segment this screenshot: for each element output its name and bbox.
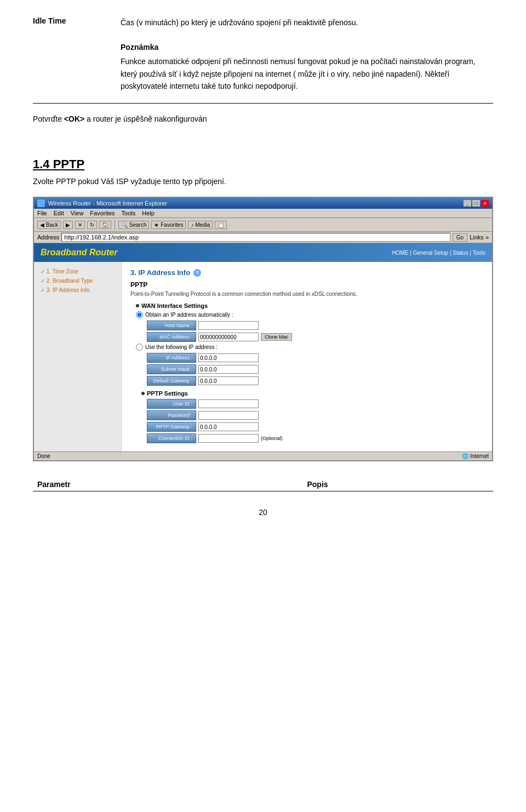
search-button[interactable]: 🔍 Search [118,221,149,229]
forward-button[interactable]: ▶ [63,221,73,229]
pptp-gateway-input[interactable] [198,422,259,431]
pptp-gateway-row: PPTP Gateway : [147,422,483,432]
default-gateway-label: Default Gateway : [147,376,196,386]
media-button[interactable]: ♪ Media [188,221,213,229]
confirm-ok: <OK> [64,115,84,123]
sidebar-item-broadband[interactable]: ✓ 2. Broadband Type [38,277,117,285]
confirm-line: Potvrďte <OK> a router je úspěšně nakonf… [33,115,493,123]
obtain-auto-label: Obtain an IP address automatically : [145,312,233,318]
address-bar: Address http://192.168.2.1/index.asp Go … [34,232,492,243]
obtain-auto-radio[interactable] [136,311,143,318]
ip-address-input[interactable] [198,353,259,362]
minimize-button[interactable]: _ [464,200,471,207]
section-num-title: 3. IP Address Info [130,268,190,277]
use-following-radio[interactable] [136,344,143,351]
help-icon[interactable]: ? [193,269,201,277]
host-name-label: Host Name : [147,321,196,330]
section-divider [33,103,493,104]
clone-mac-button[interactable]: Clone Mac [261,333,292,341]
router-main: 3. IP Address Info ? PPTP Point-to-Point… [122,262,492,451]
stop-button[interactable]: ✕ [75,221,85,229]
optional-label: (Optional) [261,436,283,441]
pptp-settings-section: PPTP Settings [141,390,483,397]
toolbar-separator [115,220,115,230]
bullet-icon [136,304,139,307]
idle-time-content: Čas (v minutách) po který je udržováno s… [121,16,493,92]
menu-favorites[interactable]: Favorites [90,210,115,216]
favorites-button[interactable]: ★ Favorites [151,221,186,229]
router-nav: HOME | General Setup | Status | Tools [392,250,485,256]
user-id-label: User ID : [147,399,196,409]
status-done: Done [37,453,50,459]
address-input[interactable]: http://192.168.2.1/index.asp [61,233,450,242]
use-following-row: Use the following IP address : [136,344,483,351]
connection-id-label: Connection ID : [147,433,196,443]
obtain-ip-group: Obtain an IP address automatically : Hos… [136,311,483,386]
host-name-input[interactable] [198,321,259,330]
subnet-mask-input[interactable] [198,365,259,374]
browser-statusbar: Done 🌐 Internet [34,451,492,460]
ip-address-label: IP Address : [147,353,196,363]
connection-id-input[interactable] [198,434,259,443]
note-title: Poznámka [121,41,493,53]
browser-titlebar-left: Wireless Router - Microsoft Internet Exp… [37,199,167,207]
browser-window: Wireless Router - Microsoft Internet Exp… [33,197,493,461]
go-button[interactable]: Go [453,233,467,242]
pptp-section-label: PPTP [130,281,483,289]
address-label: Address [37,234,59,241]
router-body: ✓ 1. Time Zone ✓ 2. Broadband Type ✓ 3. … [34,262,492,451]
menu-help[interactable]: Help [142,210,155,216]
menu-file[interactable]: File [37,210,47,216]
note-text: Funkce automatické odpojení při nečinnos… [121,55,493,92]
sidebar-item-ipaddress[interactable]: ✓ 3. IP Address Info [38,286,117,294]
password-input[interactable] [198,411,259,420]
mac-address-input[interactable] [198,333,259,341]
user-id-row: User ID : [147,399,483,409]
refresh-button[interactable]: ↻ [87,221,97,229]
menu-edit[interactable]: Edit [54,210,64,216]
table-section: Parametr Popis [33,478,493,491]
ip-address-row: IP Address : [147,353,483,363]
subnet-mask-label: Subnet Mask : [147,364,196,374]
table-header-parametr: Parametr [33,478,302,491]
page-content: Idle Time Čas (v minutách) po který je u… [33,16,493,517]
use-following-label: Use the following IP address : [145,344,218,350]
browser-controls[interactable]: _ □ ✕ [464,200,489,207]
idle-time-label: Idle Time [33,16,99,92]
default-gateway-input[interactable] [198,376,259,385]
history-button[interactable]: 📋 [215,221,227,229]
maximize-button[interactable]: □ [472,200,480,207]
table-header-popis: Popis [302,478,493,491]
page-number: 20 [33,508,493,517]
back-button[interactable]: ◀ Back [37,221,61,229]
obtain-auto-row: Obtain an IP address automatically : [136,311,483,318]
wan-settings: WAN Interface Settings Obtain an IP addr… [136,302,483,443]
close-button[interactable]: ✕ [481,200,489,207]
home-button[interactable]: 🏠 [99,221,111,229]
browser-menubar: File Edit View Favorites Tools Help [34,209,492,218]
menu-tools[interactable]: Tools [122,210,136,216]
sidebar-item-timezone[interactable]: ✓ 1. Time Zone [38,267,117,276]
mac-address-row: MAC Address : Clone Mac [147,332,483,342]
default-gateway-row: Default Gateway : [147,376,483,386]
idle-time-description: Čas (v minutách) po který je udržováno s… [121,16,493,28]
password-label: Password : [147,410,196,420]
router-header: Broadband Router HOME | General Setup | … [34,243,492,262]
pptp-gateway-label: PPTP Gateway : [147,422,196,432]
browser-icon [37,199,45,207]
wan-settings-title: WAN Interface Settings [136,302,483,309]
confirm-suffix: a router je úspěšně nakonfigurován [84,115,207,123]
pptp-settings-bullet [141,392,145,395]
links-label: Links » [470,234,489,241]
mac-address-label: MAC Address : [147,332,196,342]
idle-time-section: Idle Time Čas (v minutách) po který je u… [33,16,493,92]
menu-view[interactable]: View [71,210,84,216]
password-row: Password : [147,410,483,420]
subnet-mask-row: Subnet Mask : [147,364,483,374]
status-internet: 🌐 Internet [462,453,489,459]
pptp-desc: Point-to-Point Tunneling Protocol is a c… [130,291,483,297]
browser-title: Wireless Router - Microsoft Internet Exp… [48,200,167,207]
connection-id-row: Connection ID : (Optional) [147,433,483,443]
section-header-pptp: 1.4 PPTP [33,157,493,171]
user-id-input[interactable] [198,399,259,408]
